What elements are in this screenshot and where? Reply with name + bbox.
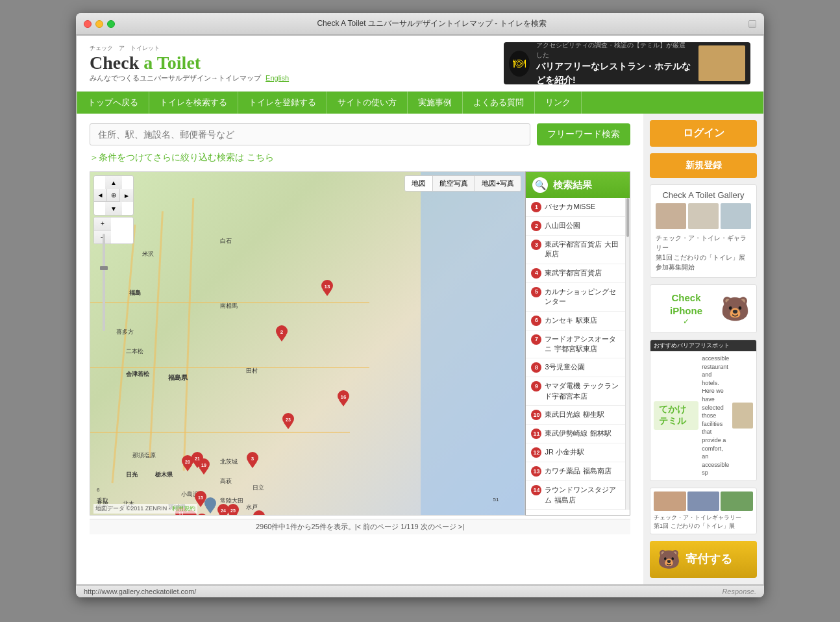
- result-item-9[interactable]: 9 ヤマダ電機 テックランド宇都宮本店: [526, 377, 624, 406]
- results-scrollbar[interactable]: [625, 198, 630, 510]
- minimize-button[interactable]: [95, 20, 103, 28]
- map-pin-13[interactable]: 13: [321, 279, 334, 296]
- result-item-2[interactable]: 2 八山田公園: [526, 217, 624, 236]
- result-item-10[interactable]: 10 東武日光線 柳生駅: [526, 406, 624, 425]
- left-panel: フリーワード検索 ＞条件をつけてさらに絞り込む検索は こちら: [77, 114, 643, 584]
- svg-marker-13: [248, 462, 257, 468]
- map-tabs: 地図 航空写真 地図+写真: [404, 175, 521, 192]
- svg-marker-4: [277, 335, 286, 342]
- svg-marker-33: [229, 514, 238, 516]
- city-label-5: 二本松: [126, 347, 143, 356]
- filter-link[interactable]: ＞条件をつけてさらに絞り込む検索は こちら: [90, 152, 630, 164]
- pan-left-button[interactable]: ◄: [94, 189, 107, 202]
- result-name-6: カンセキ 駅東店: [545, 316, 597, 325]
- results-body: 1 パセナカMiSSE 2 八山田公園 3 東武宇都宮百貨店 大田原店: [526, 198, 630, 510]
- map-tab-hybrid[interactable]: 地図+写真: [475, 176, 521, 191]
- map-pin-x[interactable]: [204, 497, 217, 514]
- logo-tagline: みんなでつくるユニバーサルデザイン→トイレマップ English: [90, 73, 504, 83]
- result-num-7: 7: [531, 334, 541, 345]
- map-pin-16[interactable]: 16: [337, 390, 350, 406]
- maximize-button[interactable]: [107, 20, 115, 28]
- map-pin-23[interactable]: 23: [282, 412, 295, 429]
- nav-how-to-use[interactable]: サイトの使い方: [327, 92, 408, 114]
- map-container: 福島 白石 米沢 喜多方 二本松 会津若松 福島県 田村 南相馬 那須塩原 日光…: [90, 171, 630, 516]
- zoom-in-button[interactable]: +: [94, 218, 111, 230]
- title-bar: Check A Toilet ユニバーサルデザイントイレマップ - トイレを検索: [76, 13, 764, 35]
- close-button[interactable]: [84, 20, 92, 28]
- result-item-7[interactable]: 7 フードオアシスオータニ 宇都宮駅東店: [526, 330, 624, 359]
- result-item-3[interactable]: 3 東武宇都宮百貨店 大田原店: [526, 236, 624, 264]
- map-controls: ▲ ◄ ⊕ ► ▼: [93, 175, 134, 245]
- register-button[interactable]: 新規登録: [650, 153, 757, 178]
- result-name-11: 東武伊勢崎線 館林駅: [545, 429, 611, 438]
- scroll-thumb[interactable]: [626, 198, 629, 237]
- map-pin-20[interactable]: 20: [181, 454, 194, 471]
- search-input[interactable]: [90, 123, 530, 145]
- check-iphone-content: CheckiPhone ✓ 🐻: [650, 285, 756, 332]
- nav-links[interactable]: リンク: [535, 92, 582, 114]
- map-pin-3[interactable]: 3: [246, 451, 259, 468]
- logo-a: a: [143, 53, 153, 73]
- search-button[interactable]: フリーワード検索: [537, 123, 630, 145]
- pan-up-button[interactable]: ▲: [105, 176, 122, 189]
- gallery-ad-text: チェック・ア・トイレ・ギャラリー 第1回 こだわりの「トイレ」展 参加募集開始: [656, 233, 751, 272]
- city-label-1: 福島: [129, 289, 141, 297]
- nav-top[interactable]: トップへ戻る: [77, 92, 149, 114]
- result-item-5[interactable]: 5 カルナショッピングセンター: [526, 283, 624, 312]
- nav-cases[interactable]: 実施事例: [408, 92, 463, 114]
- result-name-12: JR 小金井駅: [545, 447, 584, 457]
- result-item-1[interactable]: 1 パセナカMiSSE: [526, 198, 624, 217]
- result-name-10: 東武日光線 柳生駅: [545, 410, 604, 419]
- result-num-5: 5: [531, 287, 541, 297]
- result-item-8[interactable]: 8 3号児童公園: [526, 358, 624, 377]
- gallery-thumb-1: [656, 203, 686, 229]
- gallery-ad[interactable]: Check A Toilet Gallery チェック・ア・トイレ・ギャラリー …: [650, 184, 757, 278]
- city-label-6: 会津若松: [126, 370, 149, 379]
- result-num-6: 6: [531, 316, 541, 326]
- gallery-thumb-2: [688, 203, 719, 229]
- nav-search[interactable]: トイレを検索する: [149, 92, 238, 114]
- temir-image: [732, 403, 753, 429]
- map-pin-12[interactable]: 12: [253, 510, 266, 516]
- map-tab-map[interactable]: 地図: [405, 176, 433, 191]
- donate-button[interactable]: 🐻 寄付する: [650, 541, 757, 578]
- temir-ad-body: てかけテミル accessible restaurant and hotels.…: [650, 351, 756, 480]
- map-pin-19[interactable]: 19: [197, 458, 210, 475]
- result-item-6[interactable]: 6 カンセキ 駅東店: [526, 312, 624, 330]
- nav-register[interactable]: トイレを登録する: [238, 92, 327, 114]
- login-button[interactable]: ログイン: [650, 120, 757, 147]
- pan-down-button[interactable]: ▼: [105, 202, 122, 215]
- zoom-slider[interactable]: [103, 234, 105, 331]
- result-item-13[interactable]: 13 カワチ薬品 福島南店: [526, 462, 624, 481]
- result-item-4[interactable]: 4 東武宇都宮百貨店: [526, 264, 624, 283]
- map-tab-aerial[interactable]: 航空写真: [433, 176, 475, 191]
- logo-kana: チェック ア トイレット: [90, 44, 504, 53]
- gallery-event-ad[interactable]: チェック・ア・トイレギャラリー 第1回 こだわりの「トイレ」展: [650, 488, 757, 534]
- header-banner[interactable]: 🍽 アクセシビリティの調査・検証の【テミル】が厳選した バリアフリーなレストラン…: [504, 42, 750, 84]
- english-link[interactable]: English: [266, 74, 289, 82]
- temir-ad-header: おすすめバリアフリスポット: [650, 340, 756, 351]
- city-label-13: 北茨城: [220, 458, 238, 466]
- result-item-12[interactable]: 12 JR 小金井駅: [526, 443, 624, 462]
- result-num-10: 10: [531, 410, 541, 420]
- zoom-handle[interactable]: [100, 266, 108, 270]
- result-item-11[interactable]: 11 東武伊勢崎線 館林駅: [526, 425, 624, 443]
- result-item-14[interactable]: 14 ラウンドワンスタジアム 福島店: [526, 481, 624, 510]
- response-logo: Response.: [722, 588, 756, 595]
- map-area[interactable]: 福島 白石 米沢 喜多方 二本松 会津若松 福島県 田村 南相馬 那須塩原 日光…: [90, 171, 525, 516]
- svg-marker-19: [183, 465, 192, 471]
- pan-right-button[interactable]: ►: [120, 189, 133, 202]
- logo-check: Check: [90, 53, 143, 73]
- map-pin-2[interactable]: 2: [275, 325, 288, 342]
- map-terms-link[interactable]: 利用規約: [172, 505, 195, 512]
- banner-icon: 🍽: [509, 51, 530, 77]
- city-label-14: 高萩: [220, 477, 232, 486]
- pan-center-button[interactable]: ⊕: [107, 189, 120, 202]
- temir-ad[interactable]: おすすめバリアフリスポット てかけテミル accessible restaura…: [650, 340, 757, 481]
- nav-faq[interactable]: よくある質問: [463, 92, 535, 114]
- map-pin-25[interactable]: 25: [227, 503, 240, 516]
- check-iphone-ad[interactable]: CheckiPhone ✓ 🐻: [650, 284, 757, 333]
- gallery-event-thumb-3: [721, 491, 753, 511]
- gallery-event-thumb-1: [654, 491, 686, 511]
- svg-text:24: 24: [221, 508, 226, 513]
